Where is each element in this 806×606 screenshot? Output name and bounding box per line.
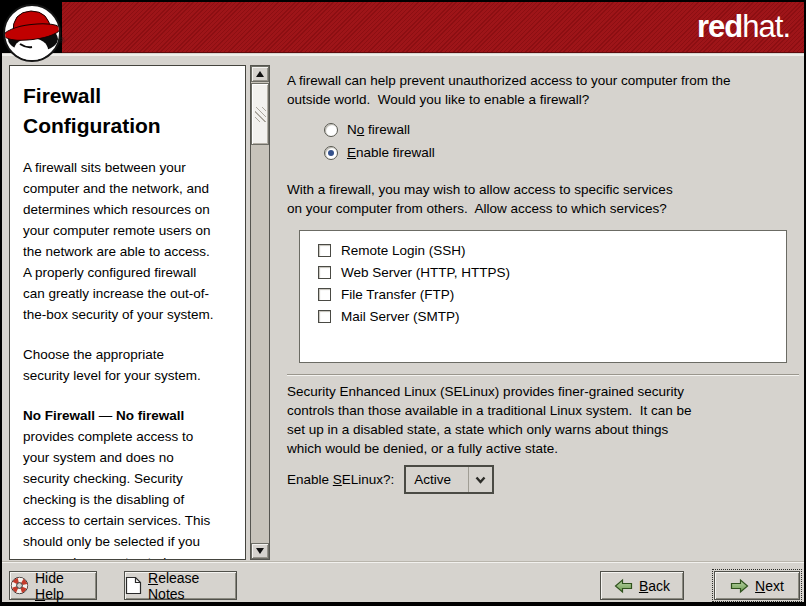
service-remote-login-ssh[interactable]: Remote Login (SSH)	[318, 239, 786, 261]
scroll-down-button[interactable]	[251, 543, 269, 559]
next-button[interactable]: Next	[714, 571, 800, 600]
checkbox-icon[interactable]	[318, 310, 331, 323]
redhat-shadowman-icon	[2, 2, 68, 66]
arrow-right-icon	[730, 578, 749, 594]
firewall-intro-text: A firewall can help prevent unauthorized…	[287, 71, 802, 109]
help-panel: Firewall Configuration A firewall sits b…	[9, 65, 246, 560]
checkbox-icon[interactable]	[318, 288, 331, 301]
service-mail-server-smtp[interactable]: Mail Server (SMTP)	[318, 305, 786, 327]
redhat-wordmark: redhat.	[697, 9, 790, 45]
banner-highlight-line	[2, 54, 804, 56]
installer-window: redhat. ® Firewall Configuration A firew…	[0, 0, 806, 606]
arrow-down-icon	[256, 548, 264, 554]
hide-help-button[interactable]: Hide Help	[9, 571, 97, 600]
service-file-transfer-ftp[interactable]: File Transfer (FTP)	[318, 283, 786, 305]
back-label: Back	[639, 578, 670, 594]
selinux-dropdown[interactable]: Active	[404, 465, 494, 494]
radio-no-firewall-label: No firewall	[347, 122, 410, 137]
scroll-up-button[interactable]	[251, 66, 269, 82]
no-firewall-description: provides complete access to your system …	[23, 429, 210, 560]
radio-button-icon[interactable]	[324, 123, 338, 137]
brand-red: red	[697, 9, 742, 44]
brand-hat: hat.	[742, 9, 790, 44]
radio-enable-firewall-label: Enable firewall	[347, 145, 435, 160]
arrow-up-icon	[256, 71, 264, 77]
no-firewall-term-2: No firewall	[116, 408, 184, 423]
radio-no-firewall[interactable]: No firewall	[324, 118, 802, 141]
help-paragraph-2: Choose the appropriate security level fo…	[23, 344, 237, 386]
hide-help-label: Hide Help	[35, 570, 96, 602]
selinux-label: Enable SELinux?:	[287, 472, 394, 487]
scrollbar-grip	[255, 107, 266, 122]
checkbox-icon[interactable]	[318, 266, 331, 279]
checkbox-icon[interactable]	[318, 244, 331, 257]
trademark-symbol: ®	[59, 37, 64, 44]
selinux-description: Security Enhanced Linux (SELinux) provid…	[287, 382, 802, 458]
footer-separator	[2, 561, 804, 563]
help-paragraph-3: No Firewall — No firewall provides compl…	[23, 405, 237, 560]
help-title: Firewall Configuration	[23, 81, 233, 141]
selinux-row: Enable SELinux?: Active	[287, 465, 802, 494]
services-intro-text: With a firewall, you may wish to allow a…	[287, 180, 802, 218]
help-scrollbar[interactable]	[250, 65, 270, 560]
redhat-banner: redhat.	[2, 2, 804, 53]
back-button[interactable]: Back	[600, 571, 684, 600]
release-notes-label: Release Notes	[148, 570, 236, 602]
radio-button-icon[interactable]	[324, 146, 338, 160]
help-paragraph-1: A firewall sits between your computer an…	[23, 157, 237, 325]
document-icon	[125, 576, 142, 595]
chevron-down-icon[interactable]	[468, 467, 492, 492]
lifebuoy-icon	[10, 576, 29, 595]
firewall-config-panel: A firewall can help prevent unauthorized…	[287, 71, 802, 494]
section-separator	[287, 374, 799, 376]
release-notes-button[interactable]: Release Notes	[124, 571, 237, 600]
arrow-left-icon	[614, 578, 633, 594]
radio-enable-firewall[interactable]: Enable firewall	[324, 141, 802, 164]
scrollbar-thumb[interactable]	[251, 83, 269, 145]
no-firewall-term: No Firewall	[23, 408, 95, 423]
selinux-selected-value: Active	[406, 472, 468, 487]
firewall-radio-group: No firewall Enable firewall	[324, 118, 802, 164]
services-list: Remote Login (SSH) Web Server (HTTP, HTT…	[299, 230, 787, 363]
next-label: Next	[755, 578, 784, 594]
service-web-server[interactable]: Web Server (HTTP, HTTPS)	[318, 261, 786, 283]
